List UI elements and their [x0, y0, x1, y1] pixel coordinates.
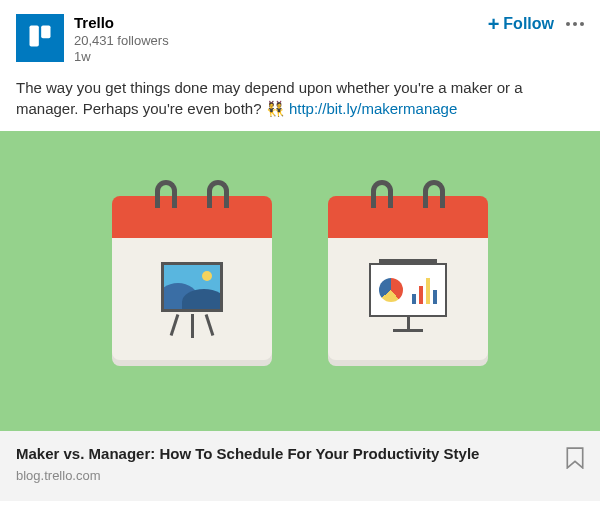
follow-button[interactable]: + Follow	[488, 14, 554, 34]
calendar-maker-icon	[112, 196, 272, 366]
author-meta: Trello 20,431 followers 1w	[74, 14, 488, 65]
link-card-source: blog.trello.com	[16, 468, 479, 483]
feed-post: Trello 20,431 followers 1w + Follow The …	[0, 0, 600, 501]
dot-icon	[573, 22, 577, 26]
dot-icon	[580, 22, 584, 26]
post-body: The way you get things done may depend u…	[0, 73, 600, 131]
dancers-emoji-icon: 👯	[266, 100, 285, 117]
more-options-button[interactable]	[566, 18, 584, 30]
plus-icon: +	[488, 14, 500, 34]
link-card-title: Maker vs. Manager: How To Schedule For Y…	[16, 445, 479, 462]
presentation-chart-icon	[368, 263, 448, 341]
post-time: 1w	[74, 49, 488, 65]
bookmark-button[interactable]	[566, 447, 584, 473]
calendar-manager-icon	[328, 196, 488, 366]
bookmark-icon	[566, 455, 584, 472]
easel-painting-icon	[157, 262, 227, 342]
dot-icon	[566, 22, 570, 26]
author-name[interactable]: Trello	[74, 14, 488, 33]
header-actions: + Follow	[488, 14, 584, 34]
follow-label: Follow	[503, 15, 554, 33]
svg-rect-1	[30, 26, 39, 47]
author-avatar[interactable]	[16, 14, 64, 62]
link-card-text: Maker vs. Manager: How To Schedule For Y…	[16, 445, 479, 483]
post-link[interactable]: http://bit.ly/makermanage	[289, 100, 457, 117]
follower-count: 20,431 followers	[74, 33, 488, 49]
svg-rect-2	[41, 26, 50, 39]
link-card-footer[interactable]: Maker vs. Manager: How To Schedule For Y…	[0, 431, 600, 501]
post-image[interactable]	[0, 131, 600, 431]
trello-logo-icon	[26, 22, 54, 54]
post-header: Trello 20,431 followers 1w + Follow	[0, 0, 600, 73]
